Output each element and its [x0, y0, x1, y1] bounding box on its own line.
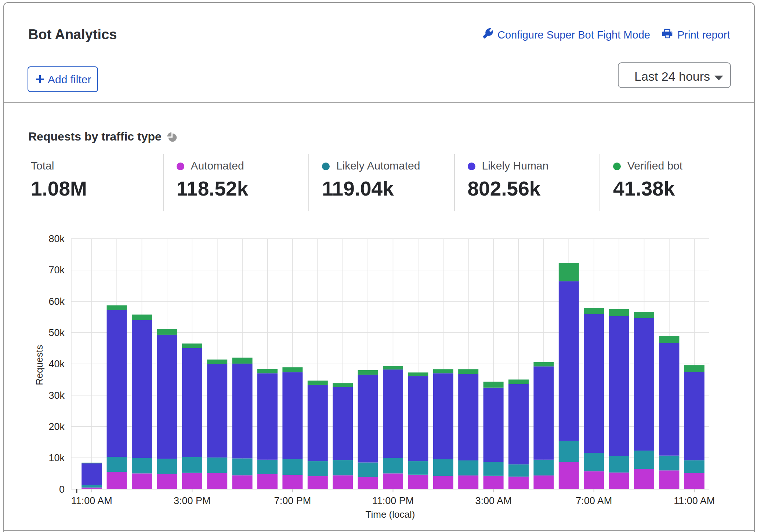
svg-text:11:00 PM: 11:00 PM	[372, 495, 414, 506]
svg-text:11:00 AM: 11:00 AM	[71, 495, 112, 506]
svg-text:7:00 PM: 7:00 PM	[274, 495, 311, 506]
svg-text:30k: 30k	[48, 390, 65, 401]
svg-text:3:00 AM: 3:00 AM	[475, 495, 512, 506]
svg-text:11:00 AM: 11:00 AM	[674, 495, 715, 506]
svg-text:10k: 10k	[48, 452, 65, 463]
svg-text:20k: 20k	[48, 421, 65, 432]
svg-text:Time (local): Time (local)	[366, 509, 415, 520]
svg-text:40k: 40k	[48, 358, 65, 369]
svg-text:80k: 80k	[48, 233, 65, 244]
svg-text:7:00 AM: 7:00 AM	[576, 495, 612, 506]
svg-text:3:00 PM: 3:00 PM	[174, 495, 211, 506]
svg-text:70k: 70k	[48, 265, 65, 276]
svg-text:50k: 50k	[48, 327, 65, 338]
svg-text:0: 0	[59, 484, 65, 495]
svg-text:Requests: Requests	[34, 345, 45, 385]
svg-text:60k: 60k	[48, 296, 65, 307]
